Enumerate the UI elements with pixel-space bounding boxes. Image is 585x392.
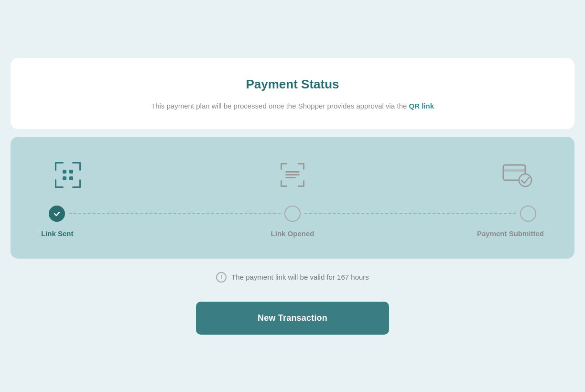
validity-notice: ! The payment link will be valid for 167… xyxy=(11,272,574,283)
svg-rect-7 xyxy=(79,179,81,188)
qr-link[interactable]: QR link xyxy=(409,102,434,110)
status-description: This payment plan will be processed once… xyxy=(39,100,546,112)
step-label-payment-submitted: Payment Submitted xyxy=(467,229,544,238)
card-check-icon xyxy=(498,156,536,194)
svg-rect-19 xyxy=(303,180,304,187)
step-line-2 xyxy=(304,213,516,214)
svg-rect-3 xyxy=(79,162,81,171)
svg-rect-1 xyxy=(55,162,56,171)
document-scan-icon xyxy=(273,156,312,194)
svg-rect-5 xyxy=(55,179,56,188)
step-label-link-sent: Link Sent xyxy=(41,229,118,238)
svg-rect-20 xyxy=(285,171,300,173)
steps-icons-row xyxy=(39,156,546,194)
svg-rect-22 xyxy=(285,177,296,178)
step-circle-link-opened xyxy=(284,206,301,222)
button-row: New Transaction xyxy=(11,302,574,335)
progress-section: Link Sent Link Opened Payment Submitted xyxy=(11,137,574,259)
svg-rect-21 xyxy=(285,174,300,175)
svg-rect-8 xyxy=(63,170,66,174)
step-line-1 xyxy=(69,213,281,214)
svg-rect-17 xyxy=(281,180,282,187)
page-container: Payment Status This payment plan will be… xyxy=(11,58,574,335)
svg-rect-24 xyxy=(503,169,525,172)
qr-scan-icon xyxy=(49,156,87,194)
status-card: Payment Status This payment plan will be… xyxy=(11,58,574,129)
svg-rect-9 xyxy=(69,170,73,174)
new-transaction-button[interactable]: New Transaction xyxy=(196,302,389,335)
steps-labels-row: Link Sent Link Opened Payment Submitted xyxy=(39,229,546,238)
svg-rect-11 xyxy=(69,176,73,180)
steps-progress-row xyxy=(39,206,546,222)
step-circle-link-sent xyxy=(49,206,65,222)
page-title: Payment Status xyxy=(39,77,546,92)
step-circle-payment-submitted xyxy=(520,206,536,222)
svg-rect-13 xyxy=(281,163,282,170)
validity-text: The payment link will be valid for 167 h… xyxy=(231,273,369,281)
step-label-link-opened: Link Opened xyxy=(254,229,331,238)
info-icon: ! xyxy=(216,272,227,283)
svg-rect-15 xyxy=(303,163,304,170)
svg-rect-10 xyxy=(63,176,66,180)
